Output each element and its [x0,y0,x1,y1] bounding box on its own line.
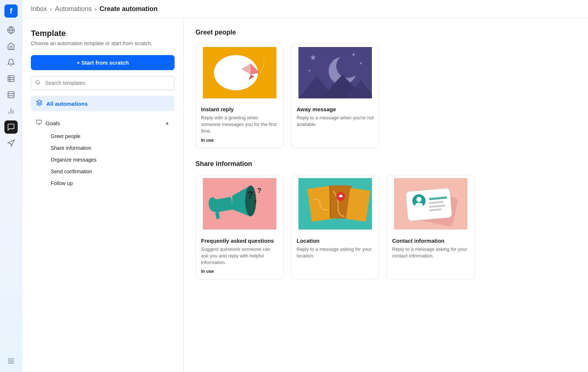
section-share: Share information ? ? ? Frequently asked… [196,160,576,280]
card-image-contact [387,176,474,232]
card-image-location [291,176,379,232]
card-badge-faq: In use [201,269,278,274]
section-greet: Greet people Instant replyReply with a g… [196,29,576,148]
svg-point-60 [415,203,423,208]
card-name-faq: Frequently asked questions [201,238,278,244]
breadcrumb-sep1: › [50,6,52,12]
cards-grid-share: ? ? ? Frequently asked questionsSuggest … [196,175,576,280]
breadcrumb-sep2: › [94,6,96,12]
card-body-away-message: Away messageReply to a message when you'… [291,101,379,136]
goals-item-share[interactable]: Share information [46,142,175,154]
goals-item-confirm[interactable]: Send confirmation [46,166,175,177]
svg-rect-8 [8,92,14,98]
all-automations-label: All automations [46,101,88,107]
goals-section: Goals ▲ Greet peopleShare informationOrg… [31,116,175,189]
svg-point-35 [336,54,360,78]
card-faq[interactable]: ? ? ? Frequently asked questionsSuggest … [196,175,284,280]
sidebar-menu-icon[interactable] [4,354,18,368]
card-image-faq: ? ? ? [196,176,283,232]
svg-rect-50 [346,188,370,222]
svg-rect-20 [36,120,41,123]
card-image-instant-reply [196,44,283,101]
svg-text:f: f [10,7,12,15]
section-title-greet: Greet people [196,29,576,36]
topbar: Inbox › Automations › Create automation [22,0,588,18]
right-panel: Greet people Instant replyReply with a g… [184,18,588,372]
logo: f [4,4,18,18]
search-icon [35,80,40,86]
sidebar: f [0,0,22,372]
goals-label: Goals [46,120,60,126]
svg-text:?: ? [254,199,257,205]
goals-header-left: Goals [36,119,60,127]
template-subtitle: Choose an automation template or start f… [31,40,175,46]
svg-point-17 [36,80,39,84]
card-desc-instant-reply: Reply with a greeting when someone messa… [201,115,278,135]
search-input[interactable] [31,76,175,90]
breadcrumb-inbox[interactable]: Inbox [31,5,47,13]
card-badge-instant-reply: In use [201,138,278,143]
goals-item-organize[interactable]: Organize messages [46,154,175,166]
sidebar-chart-icon[interactable] [4,104,18,118]
breadcrumb: Inbox › Automations › Create automation [31,5,579,13]
card-location[interactable]: LocationReply to a message asking for yo… [291,175,379,280]
card-body-location: LocationReply to a message asking for yo… [291,232,379,267]
svg-line-18 [39,83,40,84]
svg-rect-57 [406,188,452,221]
card-body-faq: Frequently asked questionsSuggest questi… [196,232,283,279]
start-from-scratch-button[interactable]: + Start from scratch [31,55,175,70]
svg-point-59 [416,197,422,202]
all-automations-nav[interactable]: All automations [31,96,175,111]
main-area: Inbox › Automations › Create automation … [22,0,588,372]
sidebar-table-icon[interactable] [4,72,18,85]
sidebar-inbox-icon[interactable] [4,120,18,134]
template-title: Template [31,29,175,38]
search-box [31,76,175,90]
card-name-instant-reply: Instant reply [201,106,278,112]
goals-item-followup[interactable]: Follow up [46,177,175,189]
svg-text:?: ? [247,189,253,201]
card-contact[interactable]: Contact informationReply to a message as… [387,175,475,280]
card-away-message[interactable]: Away messageReply to a message when you'… [291,44,379,148]
breadcrumb-current: Create automation [100,5,158,13]
svg-text:?: ? [257,187,261,194]
svg-marker-19 [37,100,42,103]
card-image-away-message [291,44,379,101]
card-body-instant-reply: Instant replyReply with a greeting when … [196,101,283,148]
card-body-contact: Contact informationReply to a message as… [387,232,474,267]
breadcrumb-automations[interactable]: Automations [55,5,92,13]
sidebar-globe-icon[interactable] [4,24,18,37]
content-area: Template Choose an automation template o… [22,18,588,372]
goals-icon [36,119,42,127]
sidebar-bell-icon[interactable] [4,56,18,69]
card-desc-away-message: Reply to a message when you're not avail… [297,115,374,128]
left-panel: Template Choose an automation template o… [22,18,184,372]
cards-grid-greet: Instant replyReply with a greeting when … [196,44,576,148]
card-desc-location: Reply to a message asking for your locat… [297,246,374,259]
goals-item-greet[interactable]: Greet people [46,130,175,142]
section-title-share: Share information [196,160,576,168]
layers-icon [36,100,43,108]
sidebar-list-icon[interactable] [4,88,18,101]
card-name-away-message: Away message [297,106,374,112]
goals-header[interactable]: Goals ▲ [31,116,175,130]
card-desc-contact: Reply to a message asking for your conta… [392,246,469,259]
card-instant-reply[interactable]: Instant replyReply with a greeting when … [196,44,284,148]
chevron-up-icon: ▲ [165,120,169,126]
card-desc-faq: Suggest questions someone can ask you an… [201,246,278,266]
sidebar-megaphone-icon[interactable] [4,137,18,150]
svg-rect-4 [8,76,14,82]
goals-items-list: Greet peopleShare informationOrganize me… [31,130,175,189]
card-name-location: Location [297,238,374,244]
sidebar-home-icon[interactable] [4,40,18,53]
card-name-contact: Contact information [392,238,469,244]
